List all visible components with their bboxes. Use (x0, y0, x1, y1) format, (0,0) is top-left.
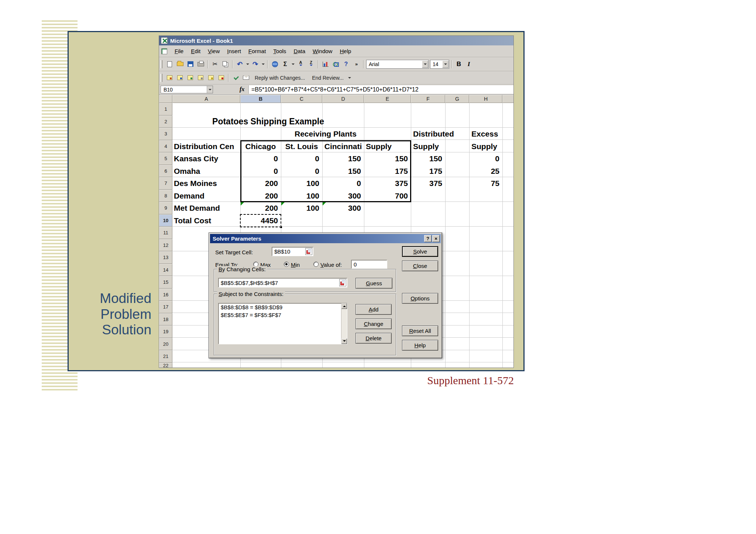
menu-tools[interactable]: Tools (269, 46, 290, 56)
column-header-g[interactable]: G (445, 95, 469, 103)
row-header-3[interactable]: 3 (159, 128, 172, 140)
row-header-12[interactable]: 12 (159, 239, 172, 252)
row-header-17[interactable]: 17 (159, 301, 172, 313)
sort-descending-icon[interactable]: Z (306, 60, 316, 68)
menu-data[interactable]: Data (290, 46, 309, 56)
row-header-1[interactable]: 1 (159, 103, 172, 116)
redo-dropdown-arrow[interactable] (261, 60, 265, 68)
cell-b3[interactable]: Receiving Plants (240, 128, 411, 140)
print-icon[interactable] (196, 60, 205, 68)
menu-help[interactable]: Help (336, 46, 355, 56)
show-comment-icon[interactable] (196, 73, 205, 82)
workbook-icon[interactable] (161, 48, 167, 54)
menu-view[interactable]: View (204, 46, 223, 56)
row-header-7[interactable]: 7 (159, 177, 172, 190)
row-header-2[interactable]: 2 (159, 116, 172, 128)
row-header-15[interactable]: 15 (159, 276, 172, 289)
collapse-dialog-icon[interactable] (305, 248, 312, 255)
row-header-18[interactable]: 18 (159, 313, 172, 326)
solve-button[interactable]: Solve (402, 246, 438, 257)
drawing-icon[interactable] (331, 60, 340, 68)
dialog-close-button[interactable]: × (432, 235, 440, 242)
column-header-c[interactable]: C (281, 95, 322, 103)
scroll-up-arrow[interactable] (341, 303, 347, 309)
min-radio[interactable] (284, 262, 289, 267)
cell-h3[interactable]: Excess (471, 128, 498, 140)
toolbar-grip[interactable] (161, 74, 162, 82)
menu-window[interactable]: Window (309, 46, 336, 56)
cell-h7[interactable]: 75 (470, 177, 499, 190)
font-size-dropdown[interactable] (442, 61, 449, 68)
insert-function-icon[interactable]: fx (240, 86, 244, 93)
options-button[interactable]: Options (402, 293, 438, 304)
delete-comment-icon[interactable] (217, 73, 226, 82)
row-header-16[interactable]: 16 (159, 289, 172, 301)
constraint-item[interactable]: $B$8:$D$8 = $B$9:$D$9 (219, 303, 347, 311)
cell-a6[interactable]: Omaha (174, 165, 200, 178)
menu-format[interactable]: Format (245, 46, 270, 56)
cell-h4[interactable]: Supply (471, 140, 497, 153)
name-box-dropdown[interactable] (207, 86, 213, 93)
cell-a4[interactable]: Distribution Cen (174, 140, 240, 153)
dialog-help-button[interactable]: ? (424, 235, 432, 242)
copy-icon[interactable] (221, 60, 230, 68)
fill-handle[interactable] (280, 226, 282, 228)
cell-a7[interactable]: Des Moines (174, 177, 217, 190)
value-of-radio[interactable] (313, 262, 319, 267)
formula-input[interactable]: =B5*100+B6*7+B7*4+C5*8+C6*11+C7*5+D5*10+… (248, 85, 513, 94)
cell-f7[interactable]: 375 (412, 177, 442, 190)
menu-edit[interactable]: Edit (187, 46, 204, 56)
reply-with-changes-button[interactable]: Reply with Changes... (252, 75, 308, 81)
add-button[interactable]: Add (355, 304, 392, 315)
row-header-6[interactable]: 6 (159, 165, 172, 178)
min-radio-label[interactable]: Min (291, 262, 300, 268)
cell-h6[interactable]: 25 (470, 165, 499, 178)
end-review-button[interactable]: End Review... (309, 75, 347, 81)
row-header-21[interactable]: 21 (159, 350, 172, 363)
cell-f3[interactable]: Distributed (413, 128, 454, 140)
autosum-icon[interactable]: Σ (281, 60, 290, 68)
cell-a2-title[interactable]: Potatoes Shipping Example (172, 116, 364, 128)
target-cell-input[interactable]: $B$10 (272, 247, 313, 256)
column-header-a[interactable]: A (172, 95, 240, 103)
autosum-dropdown-arrow[interactable] (291, 60, 295, 68)
row-header-13[interactable]: 13 (159, 251, 172, 264)
name-box[interactable]: B10 (161, 86, 213, 93)
cell-b9[interactable]: 200 (241, 202, 278, 214)
active-cell-selection[interactable] (240, 214, 281, 227)
column-header-e[interactable]: E (364, 95, 411, 103)
reset-all-button[interactable]: Reset All (402, 325, 438, 336)
cell-d9[interactable]: 300 (323, 202, 361, 214)
insert-hyperlink-icon[interactable] (270, 60, 279, 68)
column-header-b[interactable]: B (240, 95, 281, 103)
change-button[interactable]: Change (355, 318, 392, 329)
row-header-22[interactable]: 22 (159, 363, 172, 368)
row-header-19[interactable]: 19 (159, 325, 172, 338)
cut-icon[interactable]: ✂ (210, 60, 220, 68)
font-name-combo[interactable]: Arial (366, 60, 429, 69)
font-size-combo[interactable]: 14 (430, 60, 449, 69)
undo-icon[interactable]: ↶ (235, 60, 244, 68)
close-button[interactable]: Close (402, 261, 438, 271)
cell-a9[interactable]: Met Demand (174, 202, 220, 214)
row-header-5[interactable]: 5 (159, 152, 172, 165)
cell-a10[interactable]: Total Cost (174, 214, 211, 227)
constraint-item[interactable]: $E$5:$E$7 = $F$5:$F$7 (219, 311, 347, 319)
undo-dropdown-arrow[interactable] (245, 60, 250, 68)
bold-button[interactable]: B (454, 60, 463, 69)
menu-file[interactable]: File (171, 46, 187, 56)
new-document-icon[interactable] (165, 60, 174, 68)
row-header-4[interactable]: 4 (159, 140, 172, 153)
column-header-h[interactable]: H (469, 95, 502, 103)
row-header-10[interactable]: 10 (159, 214, 172, 227)
scroll-down-arrow[interactable] (341, 338, 347, 344)
solver-dialog-titlebar[interactable]: Solver Parameters ? × (210, 234, 441, 243)
excel-titlebar[interactable]: Microsoft Excel - Book1 (159, 36, 513, 45)
update-file-icon[interactable] (231, 73, 240, 82)
open-folder-icon[interactable] (175, 60, 185, 68)
column-header-d[interactable]: D (322, 95, 364, 103)
font-name-dropdown[interactable] (422, 61, 428, 68)
cell-h5[interactable]: 0 (470, 152, 499, 165)
row-header-8[interactable]: 8 (159, 190, 172, 202)
guess-button[interactable]: Guess (355, 278, 392, 289)
